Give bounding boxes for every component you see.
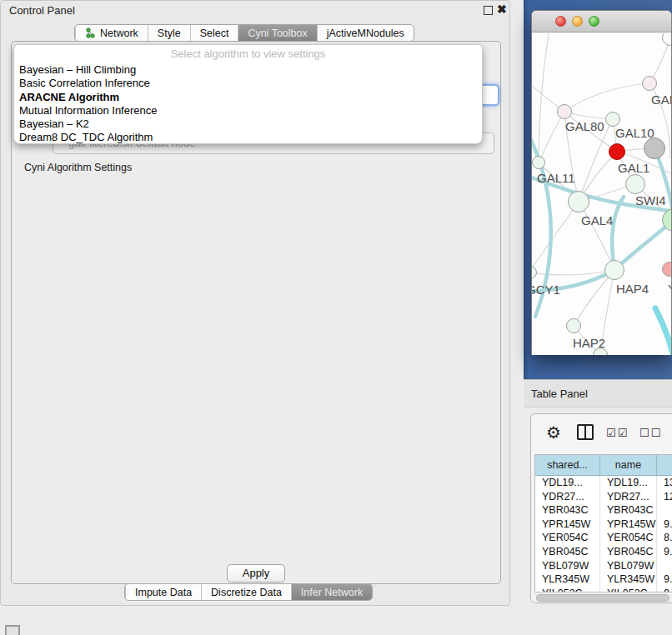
column-header[interactable] [657,455,672,475]
cell-value [657,503,672,518]
network-node-label: GAL1 [618,161,649,175]
cell-value: 12 [657,490,672,504]
bottom-tab-label: Impute Data [135,587,192,598]
algorithm-option[interactable]: Dream8 DC_TDC Algorithm [14,131,482,144]
network-node[interactable] [532,156,545,169]
control-panel-title: Control Panel [9,4,75,17]
bottom-tab[interactable]: Impute Data [125,584,201,600]
cell-shared-name: YIL052C [535,587,600,592]
cell-value: 9. [657,518,672,532]
cell-value: 9. [657,545,672,559]
table-row[interactable]: YBL079W YBL079W [535,559,672,573]
table-row[interactable]: YLR345W YLR345W 9. [535,572,672,587]
table-row[interactable]: YDL19... YDL19... 13 [535,476,672,490]
columns-icon[interactable] [577,424,594,440]
cell-value: 9. [657,572,672,587]
network-node[interactable] [625,174,645,194]
apply-button[interactable]: Apply [227,564,285,582]
network-node[interactable] [644,138,665,159]
network-node-label: GAL10 [615,126,654,140]
algorithm-option[interactable]: Bayesian – Hill Climbing [14,63,482,77]
table-toolbar: ⚙ ☑☑ ☐☐ [531,414,672,452]
tab[interactable]: Network [75,25,148,41]
network-view-window: GALGAL80GAL10GAL1GAL11GAL4SWI4GCY1HAP4YH… [531,10,672,355]
algorithm-dropdown-list: Bayesian – Hill Climbing Basic Correlati… [14,63,482,145]
tab[interactable]: Select [190,25,238,41]
desktop-background: GALGAL80GAL10GAL1GAL11GAL4SWI4GCY1HAP4YH… [524,0,672,379]
bottom-tabs: Impute Data Discretize Data Infer Networ… [124,583,373,601]
node-table: shared... name YDL19... YDL19... 13 YDR2… [534,454,672,592]
tab-label: Network [100,28,138,39]
cell-shared-name: YLR345W [535,572,600,587]
column-header[interactable]: name [600,455,657,475]
network-node[interactable] [662,262,671,277]
algorithm-option[interactable]: Bayesian – K2 [14,118,482,131]
table-panel-inner: ⚙ ☑☑ ☐☐ shared... name YDL19... YDL19...… [530,413,672,603]
network-node[interactable] [566,318,581,333]
cell-name: YBR043C [600,503,657,518]
network-node-label: GAL [651,92,671,107]
table-row[interactable]: YPR145W YPR145W 9. [535,518,672,532]
zoom-traffic-light-icon[interactable] [589,16,599,27]
table-row[interactable]: YDR27... YDR27... 12 [535,490,672,504]
network-node[interactable] [609,143,625,160]
network-canvas[interactable]: GALGAL80GAL10GAL1GAL11GAL4SWI4GCY1HAP4YH… [532,33,671,355]
table-row[interactable]: YIL052C YIL052C 9 [535,587,672,592]
tab-label: Cyni Toolbox [248,28,307,39]
column-header[interactable]: shared... [535,455,600,475]
algorithm-option[interactable]: Basic Correlation Inference [14,77,482,90]
cell-value: 9 [657,587,672,592]
network-node-label: HAP4 [616,282,649,296]
checked-boxes-icon[interactable]: ☑☑ [606,427,629,439]
unchecked-boxes-icon[interactable]: ☐☐ [639,427,662,439]
cell-shared-name: YDL19... [535,476,600,490]
close-traffic-light-icon[interactable] [555,16,566,27]
cell-shared-name: YPR145W [535,518,600,532]
table-rows: YDL19... YDL19... 13 YDR27... YDR27... 1… [535,476,672,592]
cell-shared-name: YBL079W [535,559,600,573]
network-window-titlebar [532,11,671,32]
network-node-label: SWI4 [635,193,666,208]
table-panel-title: Table Panel [531,388,588,400]
docked-panel-icon[interactable] [5,625,20,635]
control-panel-titlebar: Control Panel ✖ [1,1,509,21]
cell-name: YBR045C [600,545,657,559]
table-row[interactable]: YBR045C YBR045C 9. [535,545,672,559]
cell-value: 13 [657,476,672,490]
tab[interactable]: Cyni Toolbox [238,25,316,41]
algorithm-dropdown-placeholder: Select algorithm to view settings [14,45,482,63]
bottom-tab[interactable]: Infer Network [291,584,372,600]
network-node-label: GAL80 [565,119,604,133]
gear-icon[interactable]: ⚙ [546,422,561,442]
network-node[interactable] [604,260,624,280]
float-window-icon[interactable] [484,6,493,15]
tab-label: Style [158,28,181,39]
close-icon[interactable]: ✖ [497,2,507,16]
network-icon [85,28,96,38]
cell-shared-name: YDR27... [535,490,600,504]
algorithm-option[interactable]: Mutual Information Inference [14,104,482,118]
table-row[interactable]: YER054C YER054C 8. [535,531,672,545]
cell-name: YIL052C [600,587,657,592]
bottom-tab[interactable]: Discretize Data [201,584,291,600]
tab[interactable]: Style [148,25,190,41]
table-row[interactable]: YBR043C YBR043C [535,503,672,518]
network-node[interactable] [605,112,620,127]
cell-shared-name: YER054C [535,531,600,545]
network-node[interactable] [568,191,589,212]
network-node[interactable] [642,76,657,91]
cell-shared-name: YBR045C [535,545,600,559]
cell-value: 8. [657,531,672,545]
tab[interactable]: jActiveMNodules [317,25,414,41]
cell-name: YDL19... [600,476,657,490]
algorithm-option[interactable]: ARACNE Algorithm [14,91,482,104]
table-horizontal-scrollbar[interactable] [534,593,672,602]
network-node-label: GAL11 [537,171,575,185]
minimize-traffic-light-icon[interactable] [572,16,583,27]
control-panel-window: Control Panel ✖ Network [0,0,510,606]
algorithm-dropdown-popup: Select algorithm to view settings Bayesi… [13,44,483,144]
cell-name: YBL079W [600,559,657,573]
table-panel-titlebar: Table Panel [524,379,672,408]
bottom-tab-label: Discretize Data [211,587,282,598]
network-node[interactable] [557,104,572,119]
